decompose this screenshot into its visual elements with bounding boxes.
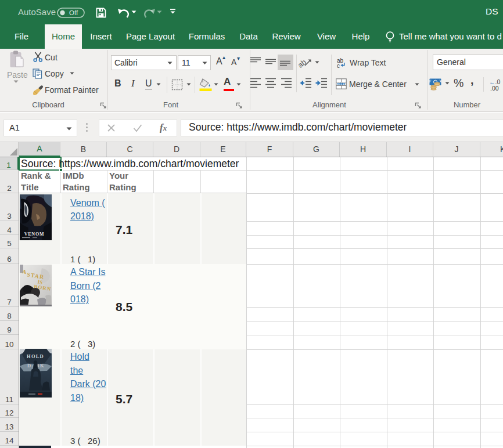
svg-text:Off: Off — [69, 9, 78, 16]
svg-text:c: c — [337, 63, 340, 68]
svg-text:HOLD: HOLD — [27, 353, 44, 359]
svg-text:VENOM: VENOM — [24, 232, 45, 237]
svg-text:ab: ab — [299, 57, 308, 69]
